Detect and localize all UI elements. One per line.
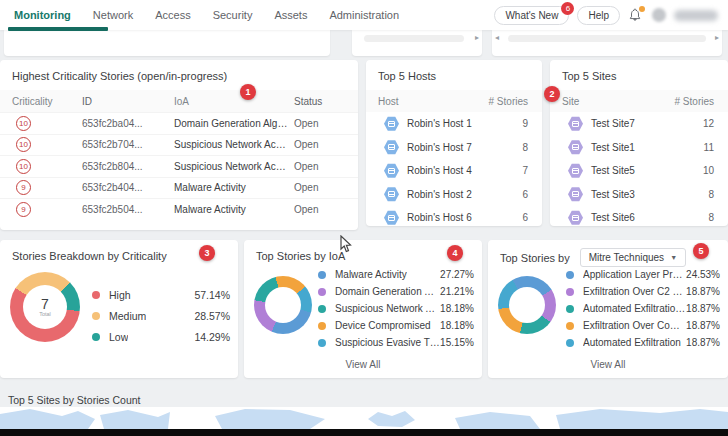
site-row[interactable]: Test Site6 8 (550, 206, 728, 230)
bell-notification-dot (639, 6, 645, 12)
legend-percent: 24.53% (686, 269, 720, 280)
legend-percent: 18.87% (686, 337, 720, 348)
story-status: Open (294, 118, 346, 129)
criticality-badge: 9 (16, 180, 31, 195)
server-glyph (388, 215, 395, 221)
mitre-techniques-dropdown[interactable]: Mitre Techniques ▼ (580, 248, 686, 267)
whats-new-button[interactable]: What's New 6 (494, 6, 569, 25)
legend-percent: 18.87% (686, 320, 720, 331)
site-story-count: 8 (708, 212, 714, 223)
col-header-id[interactable]: ID (82, 96, 174, 107)
site-name: Test Site3 (591, 189, 635, 200)
host-name: Robin's Host 2 (407, 189, 472, 200)
col-header-stories[interactable]: # Stories (675, 96, 714, 107)
host-hexagon-icon (384, 187, 399, 202)
legend-label: Suspicious Evasive TLS traffic (335, 337, 440, 348)
criticality-badge: 10 (16, 116, 31, 131)
legend-label: Suspicious Network Activity (Do... (335, 303, 440, 314)
table-row[interactable]: 10 653fc2b804... Suspicious Network Acti… (0, 155, 358, 177)
table-row[interactable]: 10 653fc2b704... Suspicious Network Acti… (0, 134, 358, 156)
site-row[interactable]: Test Site3 8 (550, 183, 728, 207)
site-name: Test Site6 (591, 212, 635, 223)
legend-dot (318, 305, 326, 313)
legend-label: Exfiltration Over Command and ... (583, 320, 686, 331)
nav-tab[interactable]: Assets (274, 1, 307, 29)
host-row[interactable]: Robin's Host 6 6 (366, 206, 542, 230)
host-name: Robin's Host 6 (407, 212, 472, 223)
nav-right: What's New 6 Help (494, 6, 728, 25)
legend-label: Malware Activity (335, 269, 407, 280)
col-header-criticality[interactable]: Criticality (12, 96, 82, 107)
host-story-count: 6 (522, 212, 528, 223)
total-value: 7 (41, 297, 49, 311)
table-row[interactable]: 9 653fc2b404... Malware Activity Open (0, 177, 358, 199)
host-row[interactable]: Robin's Host 1 9 (366, 112, 542, 136)
notification-bell-icon[interactable] (628, 7, 644, 23)
help-button[interactable]: Help (577, 6, 620, 25)
partial-card-left (4, 30, 330, 56)
site-glyph (572, 168, 579, 174)
host-name: Robin's Host 7 (407, 142, 472, 153)
horizontal-scrollbar[interactable] (508, 35, 706, 42)
nav-tab[interactable]: Monitoring (14, 1, 71, 29)
dropdown-value: Mitre Techniques (589, 252, 664, 263)
table-row[interactable]: 10 653fc2ba04... Domain Generation Algor… (0, 112, 358, 134)
site-row[interactable]: Test Site5 10 (550, 159, 728, 183)
world-map[interactable] (0, 407, 728, 429)
site-hexagon-icon (568, 163, 583, 178)
table-row[interactable]: 9 653fc2b504... Malware Activity Open (0, 198, 358, 220)
legend-item: Suspicious Network Activity (Do... 18.18… (318, 300, 474, 317)
donut-center (265, 287, 301, 323)
story-status: Open (294, 161, 346, 172)
legend-item: Medium 28.57% (92, 305, 230, 326)
site-row[interactable]: Test Site7 12 (550, 112, 728, 136)
top-sites-panel: Top 5 Sites Site # Stories Test Site7 12… (550, 60, 728, 226)
user-name-redacted[interactable] (674, 10, 718, 21)
chevron-down-icon: ▼ (670, 254, 677, 261)
nav-tab[interactable]: Administration (329, 1, 399, 29)
legend-dot (566, 339, 574, 347)
legend-item: Exfiltration Over Command and ... 18.87% (566, 317, 720, 334)
col-header-status[interactable]: Status (294, 96, 346, 107)
host-row[interactable]: Robin's Host 2 6 (366, 183, 542, 207)
view-all-link[interactable]: View All (488, 359, 728, 370)
col-header-stories[interactable]: # Stories (489, 96, 528, 107)
criticality-cell: 10 (12, 159, 82, 174)
scroll-right-icon[interactable]: ▸ (475, 32, 479, 44)
story-status: Open (294, 139, 346, 150)
nav-tab[interactable]: Network (93, 1, 133, 29)
col-header-ioa[interactable]: IoA (174, 96, 294, 107)
story-ioa: Suspicious Network Activity (TOR) (174, 161, 294, 172)
scroll-right-icon[interactable]: ▸ (715, 32, 719, 44)
highest-criticality-stories-panel: Highest Criticality Stories (open/in-pro… (0, 60, 358, 230)
criticality-donut-chart[interactable]: 7 Total (10, 272, 80, 342)
panel-title: Top 5 Hosts (366, 60, 542, 90)
top-stories-mitre-panel: Top Stories by Mitre Techniques ▼ Applic… (488, 240, 728, 378)
hosts-list: Robin's Host 1 9 Robin's Host 7 8 Robin'… (366, 112, 542, 230)
site-row[interactable]: Test Site1 11 (550, 136, 728, 160)
host-row[interactable]: Robin's Host 4 7 (366, 159, 542, 183)
col-header-site[interactable]: Site (562, 96, 579, 107)
legend-label: Application Layer Protocol (583, 269, 686, 280)
nav-tab[interactable]: Security (213, 1, 253, 29)
col-header-host[interactable]: Host (378, 96, 399, 107)
legend-label: Automated Exfiltration Mitigation (583, 303, 686, 314)
server-glyph (388, 191, 395, 197)
host-row[interactable]: Robin's Host 7 8 (366, 136, 542, 160)
mitre-donut-chart[interactable] (498, 276, 556, 334)
legend-label: Domain Generation Algorithm M... (335, 286, 440, 297)
user-avatar[interactable] (652, 8, 666, 22)
scroll-left-icon[interactable]: ◂ (495, 32, 499, 44)
annotation-marker-3: 3 (199, 245, 215, 261)
view-all-link[interactable]: View All (244, 359, 482, 370)
horizontal-scrollbar[interactable] (364, 35, 464, 42)
legend-label: Medium (109, 310, 146, 322)
site-story-count: 8 (708, 189, 714, 200)
nav-tab[interactable]: Access (155, 1, 190, 29)
story-ioa: Malware Activity (174, 182, 294, 193)
legend-label: High (109, 289, 131, 301)
ioa-donut-chart[interactable] (254, 276, 312, 334)
story-id: 653fc2ba04... (82, 118, 174, 129)
site-hexagon-icon (568, 210, 583, 225)
legend-percent: 15.15% (440, 337, 474, 348)
